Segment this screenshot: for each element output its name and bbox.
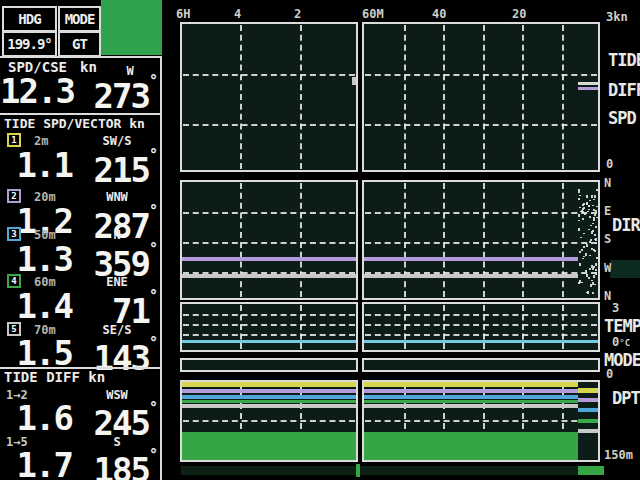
gridline-horizontal [183,420,355,422]
scatter-dot [594,214,596,216]
dir-scale-e: E [604,204,611,218]
dpt-layer5-trace-6h [182,404,356,408]
scatter-dot [578,189,580,190]
tide-speed-marker-trace [578,82,598,85]
scatter-dot [589,268,591,270]
scatter-dot [591,195,593,198]
scatter-dot [583,233,585,234]
graph-speed-panel-6h [180,22,358,172]
gridline-horizontal [365,212,597,214]
graph-temp-panel-60m [362,302,600,352]
time-label-60m: 60M [362,7,384,21]
scatter-dot [590,284,592,287]
mode-value-cell: GT [58,31,101,57]
diff-speed-marker-trace [578,87,598,90]
graph-speed-panel-60m [362,22,600,172]
data-panel: HDG MODE 199.9° GT SPD/CSE kn W 12.3 273… [0,0,162,480]
scatter-dot [588,205,590,207]
time-label-2h: 2 [294,7,301,21]
scatter-dot [595,269,597,271]
scatter-dot [596,189,598,191]
dpt-scale-max: 150m [604,448,633,462]
temp-scale-max: 3 [612,301,619,315]
dpt-layer4-current [578,419,598,423]
gridline-horizontal [365,334,597,336]
dir-scale-w: W [604,261,611,275]
scatter-dot [582,218,584,220]
scatter-dot [579,263,581,266]
dpt-scale-min: 0 [606,367,613,381]
gridline-vertical [483,183,485,297]
spd-cse-unit: kn [80,59,97,75]
scatter-dot [589,216,591,218]
bottom-echo-6h [182,432,356,460]
spd-scale-max: 3kn [606,10,628,24]
dpt-layer4-trace-6h [182,400,356,403]
scatter-dot [579,251,581,253]
scatter-dot [589,255,591,256]
dpt-layer3-trace-60m [364,395,578,399]
scatter-dot [591,248,593,250]
layer-1-direction: 215° [74,148,158,187]
gridline-vertical [562,25,564,169]
scatter-dot [594,284,596,285]
dir-trace-purple-60m [364,257,578,261]
dpt-graph-label: DPT [612,388,640,408]
scatter-dot [578,198,580,200]
scatter-dot [578,190,580,193]
mode-bar-60m [362,358,600,372]
scatter-dot [595,272,597,275]
scatter-dot [578,228,580,231]
dpt-layer2-trace-6h [182,389,356,393]
gridline-vertical [240,25,242,169]
scatter-dot [578,214,580,217]
diff-1-cardinal: WSW [74,388,160,402]
gridline-horizontal [365,74,597,76]
diff-2-speed: 1.7 [0,448,72,480]
scatter-dot [587,211,589,212]
dir-graph-label: DIR [612,215,640,235]
dpt-layer5-current [578,429,598,433]
scatter-dot [586,195,588,198]
scatter-dot [595,226,597,228]
time-label-20m: 20 [512,7,526,21]
spd-graph-label: SPD [608,108,636,128]
layer-1-cardinal: SW/S [74,134,160,148]
graph-direction-panel-60m [362,180,600,300]
dir-trace-gray-6h [182,274,356,278]
dir-scatter-noise [578,183,598,297]
gridline-horizontal [365,124,597,126]
gridline-vertical [404,25,406,169]
scatter-dot [593,209,595,211]
gridline-vertical [300,183,302,297]
gridline-horizontal [183,334,355,336]
layer-4-cardinal: ENE [74,275,160,289]
scatter-dot [588,229,590,230]
gridline-horizontal [365,314,597,316]
dpt-layer1-current [578,388,598,393]
graph-temp-panel-6h [180,302,358,352]
tide-graph-label: TIDE [608,50,640,70]
scatter-dot [592,282,594,285]
scatter-dot [579,195,581,196]
scatter-dot [579,207,581,208]
scatter-dot [586,244,588,247]
scatter-dot [592,292,594,294]
dpt-layer5-trace-60m [364,404,578,408]
scatter-dot [592,223,594,224]
scatter-dot [580,237,582,238]
tide-diff-title: TIDE DIFF kn [4,369,105,385]
own-course-value: 273° [74,74,158,113]
scatter-dot [596,257,598,259]
current-indicator-screen: HDG MODE 199.9° GT SPD/CSE kn W 12.3 273… [0,0,640,480]
bottom-echo-60m [364,432,578,460]
time-strip-current-mark [578,466,604,475]
gridline-horizontal [365,242,597,244]
mode-label: MODE [65,11,95,27]
diff-1-speed: 1.6 [0,401,72,435]
scatter-dot [580,282,582,283]
own-speed-value: 12.3 [0,74,72,108]
scatter-dot [583,246,585,248]
scatter-dot [594,234,596,236]
time-label-40m: 40 [432,7,446,21]
